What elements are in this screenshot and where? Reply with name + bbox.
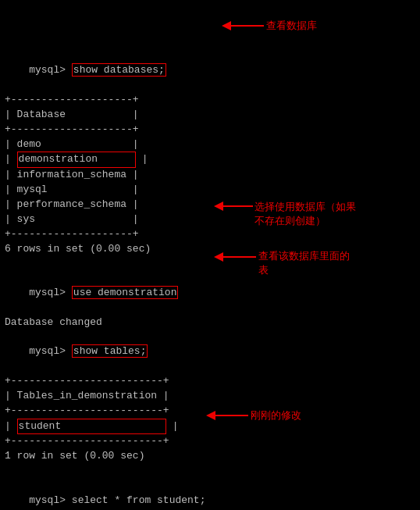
cmd-show-tables: show tables; — [72, 344, 148, 358]
rows-count-2: 1 row in set (0.00 sec) — [5, 449, 415, 464]
rows-count-1: 6 rows in set (0.00 sec) — [5, 242, 415, 257]
annotation-2: 选择使用数据库（如果 不存在则创建） — [215, 200, 356, 228]
row-mysql: | mysql | — [5, 183, 415, 198]
prompt-3: mysql> — [29, 345, 72, 357]
annotation-text-1: 查看数据库 — [266, 19, 317, 33]
line-show-databases: mysql> show databases; — [5, 49, 415, 94]
tables-border-bottom: +-------------------------+ — [5, 434, 415, 449]
table-border-bottom: +--------------------+ — [5, 227, 415, 242]
tables-border-top: +-------------------------+ — [5, 374, 415, 389]
demonstration-highlight: demonstration — [17, 152, 136, 168]
cmd-show-databases: show databases; — [72, 63, 166, 77]
annotation-text-4: 刚刚的修改 — [251, 408, 301, 423]
tables-header: | Tables_in_demonstration | — [5, 389, 415, 404]
annotation-text-2: 选择使用数据库（如果 不存在则创建） — [254, 200, 356, 228]
table-border-top: +--------------------+ — [5, 93, 415, 108]
annotation-3: 查看该数据库里面的 表 — [215, 249, 350, 277]
table-header: | Database | — [5, 108, 415, 123]
line-truncated — [5, 5, 415, 49]
arrow-3 — [215, 249, 258, 273]
line-show-tables: mysql> show tables; — [5, 330, 415, 375]
arrow-4 — [208, 407, 251, 424]
cmd-use-demonstration: use demonstration — [72, 286, 179, 299]
blank-2 — [5, 464, 415, 479]
annotation-1: 查看数据库 — [223, 17, 317, 34]
prompt-1: mysql> — [29, 64, 72, 76]
student-highlight: student — [17, 419, 166, 435]
row-demonstration: | demonstration | — [5, 152, 415, 168]
annotation-4: 刚刚的修改 — [208, 407, 301, 424]
arrow-1 — [223, 17, 266, 34]
row-info-schema: | information_schema | — [5, 168, 415, 183]
table-border-mid: +--------------------+ — [5, 123, 415, 137]
prompt-2: mysql> — [29, 287, 72, 298]
line-use-demonstration: mysql> use demonstration — [5, 271, 415, 316]
annotation-text-3: 查看该数据库里面的 表 — [258, 249, 350, 277]
arrow-2 — [215, 200, 254, 223]
blank-1 — [5, 256, 415, 271]
row-demo: | demo | — [5, 137, 415, 152]
terminal-window: mysql> show databases; +----------------… — [5, 3, 415, 510]
line-select: mysql> select * from student; — [5, 479, 415, 510]
database-changed: Database changed — [5, 316, 415, 330]
prompt-4: mysql> — [29, 494, 72, 506]
